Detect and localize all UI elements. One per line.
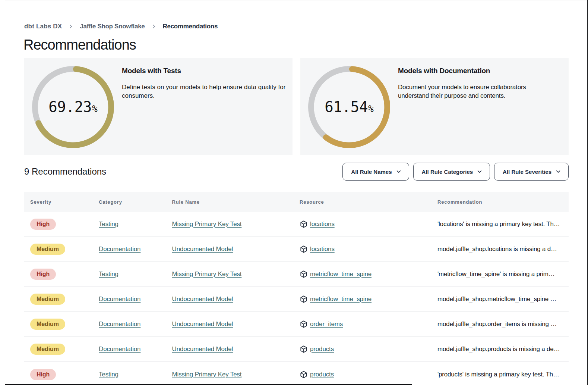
rule-name-link[interactable]: Missing Primary Key Test [172,371,242,378]
resource-cell: locations [300,220,437,228]
summary-cards: 69.23% Models with Tests Define tests on… [24,58,569,155]
table-row: Medium Documentation Undocumented Model … [24,237,569,262]
documentation-donut-chart: 61.54% [308,66,390,148]
table-header: Severity Category Rule Name Resource Rec… [24,192,569,212]
rule-name-cell: Undocumented Model [172,320,300,328]
category-cell: Testing [99,371,172,378]
resource-link[interactable]: metricflow_time_spine [310,295,372,303]
card-title: Models with Tests [122,66,287,75]
tests-donut-chart: 69.23% [32,66,114,148]
resource-cell: metricflow_time_spine [300,270,437,278]
rule-name-link[interactable]: Undocumented Model [172,320,233,328]
resource-link[interactable]: products [310,371,334,378]
severity-badge: Medium [30,294,65,305]
breadcrumb: dbt Labs DX Jaffle Shop Snowflake Recomm… [24,22,569,31]
severity-badge: Medium [30,319,65,330]
table-row: High Testing Missing Primary Key Test me… [24,262,569,287]
column-header-severity: Severity [30,199,99,205]
rule-name-link[interactable]: Undocumented Model [172,295,233,303]
recommendation-text: model.jaffle_shop.order_items is missing… [437,320,563,328]
card-description: Document your models to ensure collabora… [398,83,554,100]
resource-link[interactable]: order_items [310,320,343,328]
main-content: dbt Labs DX Jaffle Shop Snowflake Recomm… [24,0,569,385]
category-cell: Documentation [99,295,172,303]
severity-cell: Medium [30,294,99,305]
rule-name-link[interactable]: Undocumented Model [172,245,233,253]
rule-name-link[interactable]: Missing Primary Key Test [172,270,242,278]
column-header-rule-name: Rule Name [172,199,300,205]
model-cube-icon [300,295,308,303]
severity-badge: Medium [30,244,65,255]
chevron-down-icon [396,169,402,175]
severity-cell: Medium [30,244,99,255]
category-link[interactable]: Testing [99,371,118,378]
category-link[interactable]: Testing [99,270,118,278]
severity-badge: High [30,219,56,230]
tests-percentage: 69.23% [32,66,114,148]
column-header-category: Category [99,199,172,205]
category-link[interactable]: Documentation [99,345,140,353]
card-text-block: Models with Documentation Document your … [398,66,563,100]
category-cell: Documentation [99,320,172,328]
model-cube-icon [300,370,308,379]
severity-cell: High [30,219,99,230]
model-cube-icon [300,345,308,353]
resource-cell: products [300,345,437,353]
page-title: Recommendations [23,37,569,53]
severity-cell: Medium [30,344,99,355]
severity-cell: High [30,269,99,280]
category-link[interactable]: Documentation [99,295,140,303]
category-cell: Documentation [99,345,172,353]
app-frame: dbt Labs DX Jaffle Shop Snowflake Recomm… [0,0,588,385]
chevron-down-icon [477,169,483,175]
recommendations-toolbar: 9 Recommendations All Rule Names All Rul… [24,163,569,181]
recommendations-table: Severity Category Rule Name Resource Rec… [24,192,569,385]
rule-name-cell: Missing Primary Key Test [172,371,300,378]
filters: All Rule Names All Rule Categories All R… [342,163,569,181]
rule-name-link[interactable]: Undocumented Model [172,345,233,353]
window-left-edge [5,0,5,384]
model-cube-icon [300,245,308,253]
resource-link[interactable]: locations [310,245,335,253]
rule-name-link[interactable]: Missing Primary Key Test [172,220,242,228]
card-description: Define tests on your models to help ensu… [122,83,287,100]
breadcrumb-item-current: Recommendations [163,23,218,30]
category-cell: Testing [99,220,172,228]
severity-badge: Medium [30,344,65,355]
category-link[interactable]: Documentation [99,245,140,253]
resource-cell: order_items [300,320,437,328]
resource-link[interactable]: locations [310,220,335,228]
column-header-resource: Resource [300,199,437,205]
resource-link[interactable]: products [310,345,334,353]
documentation-percentage: 61.54% [308,66,390,148]
breadcrumb-item-account[interactable]: dbt Labs DX [24,23,62,30]
window-top-edge [5,0,587,0]
breadcrumb-item-project[interactable]: Jaffle Shop Snowflake [80,23,145,30]
category-link[interactable]: Testing [99,220,118,228]
resource-link[interactable]: metricflow_time_spine [310,270,372,278]
table-row: Medium Documentation Undocumented Model … [24,287,569,312]
recommendation-text: 'locations' is missing a primary key tes… [437,220,563,228]
rule-name-cell: Undocumented Model [172,295,300,303]
recommendation-text: model.jaffle_shop.products is missing a … [437,345,563,353]
recommendation-text: 'metricflow_time_spine' is missing a pri… [437,270,563,278]
severity-badge: High [30,269,56,280]
rule-categories-filter[interactable]: All Rule Categories [413,163,490,181]
model-cube-icon [300,320,308,328]
table-row: Medium Documentation Undocumented Model … [24,312,569,337]
models-with-tests-card: 69.23% Models with Tests Define tests on… [24,58,293,155]
resource-cell: metricflow_time_spine [300,295,437,303]
table-row: Medium Documentation Undocumented Model … [24,337,569,362]
rule-name-cell: Undocumented Model [172,345,300,353]
category-link[interactable]: Documentation [99,320,140,328]
category-cell: Testing [99,270,172,278]
rule-name-cell: Undocumented Model [172,245,300,253]
rule-names-filter[interactable]: All Rule Names [342,163,409,181]
chevron-right-icon [68,24,73,29]
resource-cell: locations [300,245,437,253]
rule-severities-filter[interactable]: All Rule Severities [494,163,569,181]
model-cube-icon [300,220,308,228]
chevron-down-icon [555,169,561,175]
severity-badge: High [30,369,56,380]
resource-cell: products [300,370,437,379]
